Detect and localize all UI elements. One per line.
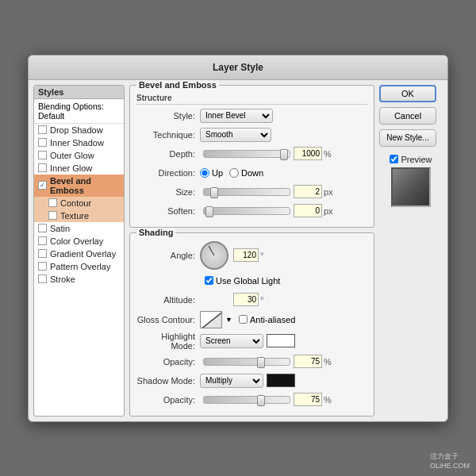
preview-area: Preview bbox=[379, 155, 443, 207]
shadow-opacity-thumb[interactable] bbox=[257, 395, 265, 406]
drop-shadow-checkbox[interactable] bbox=[38, 125, 47, 134]
color-overlay-checkbox[interactable] bbox=[38, 236, 47, 245]
shadow-color-swatch[interactable] bbox=[267, 374, 295, 387]
sidebar-item-pattern-overlay[interactable]: Pattern Overlay bbox=[34, 260, 124, 273]
size-thumb[interactable] bbox=[210, 187, 218, 198]
size-row: Size: px bbox=[136, 184, 367, 200]
highlight-select[interactable]: Screen Normal Multiply bbox=[200, 334, 263, 348]
global-light-row: Use Global Light bbox=[136, 273, 367, 289]
technique-row: Technique: Smooth Chisel Hard Chisel Sof… bbox=[136, 127, 367, 143]
size-slider[interactable] bbox=[203, 188, 290, 196]
direction-label: Direction: bbox=[136, 168, 200, 178]
texture-checkbox[interactable] bbox=[48, 211, 57, 220]
highlight-color-swatch[interactable] bbox=[267, 334, 295, 347]
satin-checkbox[interactable] bbox=[38, 224, 47, 232]
stroke-checkbox[interactable] bbox=[38, 274, 47, 283]
gloss-contour-preview[interactable] bbox=[200, 311, 222, 328]
center-panel: Bevel and Emboss Structure Style: Inner … bbox=[129, 85, 374, 416]
shadow-mode-row: Shadow Mode: Multiply Normal Screen bbox=[136, 373, 367, 389]
depth-row: Depth: % bbox=[136, 146, 367, 162]
inner-glow-checkbox[interactable] bbox=[38, 163, 47, 172]
depth-thumb[interactable] bbox=[280, 149, 288, 160]
style-row: Style: Inner Bevel Outer Bevel Emboss Pi… bbox=[136, 108, 367, 124]
preview-box bbox=[391, 167, 431, 207]
highlight-opacity-thumb[interactable] bbox=[257, 357, 265, 368]
shadow-select[interactable]: Multiply Normal Screen bbox=[200, 374, 263, 388]
sidebar-item-outer-glow[interactable]: Outer Glow bbox=[34, 149, 124, 162]
sidebar-item-drop-shadow[interactable]: Drop Shadow bbox=[34, 124, 124, 136]
preview-checkbox[interactable] bbox=[390, 155, 398, 163]
global-light-checkbox[interactable] bbox=[205, 276, 213, 285]
soften-unit: px bbox=[324, 206, 333, 216]
direction-up-radio[interactable] bbox=[200, 168, 209, 178]
angle-dial[interactable] bbox=[200, 241, 228, 270]
depth-slider[interactable] bbox=[203, 150, 290, 158]
gloss-dropdown-arrow[interactable]: ▼ bbox=[225, 316, 232, 324]
sidebar-item-contour[interactable]: Contour bbox=[34, 197, 124, 209]
sidebar-item-gradient-overlay[interactable]: Gradient Overlay bbox=[34, 248, 124, 260]
structure-legend: Structure bbox=[136, 94, 367, 105]
sidebar-item-satin[interactable]: Satin bbox=[34, 222, 124, 235]
altitude-unit: ° bbox=[260, 295, 263, 305]
ok-button[interactable]: OK bbox=[379, 85, 436, 102]
highlight-opacity-input[interactable] bbox=[294, 355, 322, 368]
depth-input[interactable] bbox=[294, 147, 322, 160]
sidebar-item-stroke[interactable]: Stroke bbox=[34, 273, 124, 286]
sidebar-item-texture[interactable]: Texture bbox=[34, 209, 124, 222]
anti-aliased-checkbox[interactable] bbox=[239, 315, 248, 324]
right-panel: OK Cancel New Style... Preview bbox=[379, 85, 443, 416]
soften-slider[interactable] bbox=[203, 207, 290, 215]
shadow-opacity-input[interactable] bbox=[294, 393, 322, 406]
pattern-overlay-checkbox[interactable] bbox=[38, 262, 47, 271]
contour-checkbox[interactable] bbox=[48, 198, 57, 207]
new-style-button[interactable]: New Style... bbox=[379, 129, 436, 147]
direction-up-option[interactable]: Up bbox=[200, 168, 223, 178]
soften-label: Soften: bbox=[136, 206, 200, 216]
outer-glow-checkbox[interactable] bbox=[38, 151, 47, 159]
depth-unit: % bbox=[324, 149, 332, 159]
direction-radio-group: Up Down bbox=[200, 168, 263, 178]
size-label: Size: bbox=[136, 187, 200, 197]
sidebar-item-color-overlay[interactable]: Color Overlay bbox=[34, 235, 124, 248]
inner-shadow-checkbox[interactable] bbox=[38, 138, 47, 147]
highlight-label: Highlight Mode: bbox=[136, 332, 200, 351]
cancel-button[interactable]: Cancel bbox=[379, 107, 436, 125]
direction-down-radio[interactable] bbox=[229, 168, 239, 178]
bevel-emboss-section: Bevel and Emboss Structure Style: Inner … bbox=[129, 85, 374, 228]
soften-input[interactable] bbox=[294, 204, 322, 217]
depth-label: Depth: bbox=[136, 149, 200, 159]
gloss-contour-row: Gloss Contour: ▼ Anti-aliased bbox=[136, 311, 367, 328]
altitude-input[interactable] bbox=[233, 293, 259, 306]
gradient-overlay-checkbox[interactable] bbox=[38, 249, 47, 258]
angle-label: Angle: bbox=[136, 251, 200, 260]
shading-legend: Shading bbox=[136, 228, 175, 237]
global-light-label[interactable]: Use Global Light bbox=[205, 276, 280, 286]
shading-section: Shading Angle: ° Use Global Light bbox=[129, 232, 374, 416]
size-input[interactable] bbox=[294, 185, 322, 198]
shadow-label: Shadow Mode: bbox=[136, 376, 200, 386]
sidebar-item-bevel-emboss[interactable]: Bevel and Emboss bbox=[34, 175, 124, 197]
angle-unit: ° bbox=[260, 251, 263, 260]
watermark: 活力盒子OLiHE.COM bbox=[430, 451, 470, 470]
styles-header: Styles bbox=[34, 86, 124, 99]
shadow-opacity-unit: % bbox=[324, 395, 332, 405]
anti-aliased-label[interactable]: Anti-aliased bbox=[239, 315, 295, 324]
altitude-label: Altitude: bbox=[136, 295, 200, 305]
gloss-label: Gloss Contour: bbox=[136, 315, 200, 324]
section-legend: Bevel and Emboss bbox=[136, 80, 219, 90]
sidebar-item-inner-shadow[interactable]: Inner Shadow bbox=[34, 136, 124, 149]
style-select[interactable]: Inner Bevel Outer Bevel Emboss Pillow Em… bbox=[200, 109, 273, 123]
sidebar-item-inner-glow[interactable]: Inner Glow bbox=[34, 162, 124, 175]
technique-select[interactable]: Smooth Chisel Hard Chisel Soft bbox=[200, 128, 271, 142]
altitude-row: Altitude: ° bbox=[136, 292, 367, 308]
size-unit: px bbox=[324, 187, 333, 197]
direction-down-option[interactable]: Down bbox=[229, 168, 263, 178]
soften-thumb[interactable] bbox=[205, 206, 213, 217]
shadow-opacity-slider[interactable] bbox=[203, 396, 290, 404]
angle-input[interactable] bbox=[233, 248, 259, 262]
bevel-emboss-checkbox[interactable] bbox=[38, 181, 47, 190]
dialog-title: Layer Style bbox=[29, 56, 447, 80]
highlight-opacity-slider[interactable] bbox=[203, 358, 290, 366]
layer-style-dialog: Layer Style Styles Blending Options: Def… bbox=[28, 55, 448, 422]
blending-options-label[interactable]: Blending Options: Default bbox=[38, 102, 104, 121]
